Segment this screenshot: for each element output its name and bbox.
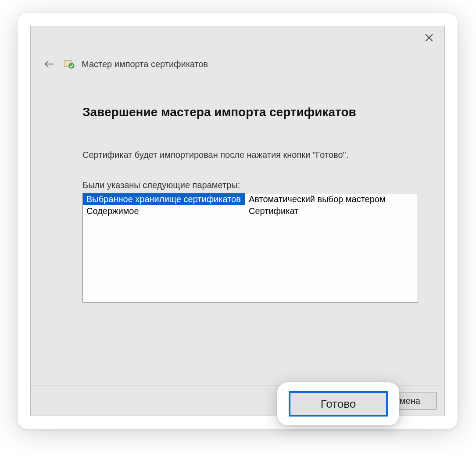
screenshot-card: Мастер импорта сертификатов Завершение м… — [18, 13, 458, 429]
finish-button[interactable]: Готово — [289, 391, 388, 417]
param-key: Содержимое — [83, 205, 245, 217]
svg-point-4 — [69, 63, 74, 68]
table-row[interactable]: СодержимоеСертификат — [83, 205, 418, 217]
close-icon — [425, 34, 433, 42]
table-row[interactable]: Выбранное хранилище сертификатовАвтомати… — [83, 193, 418, 205]
wizard-title: Мастер импорта сертификатов — [82, 59, 208, 69]
param-value: Сертификат — [245, 205, 418, 217]
param-value: Автоматический выбор мастером — [245, 193, 418, 205]
description-text: Сертификат будет импортирован после нажа… — [82, 150, 418, 160]
parameters-table: Выбранное хранилище сертификатовАвтомати… — [83, 193, 418, 217]
finish-button-highlight: Готово — [277, 382, 399, 425]
certificate-wizard-icon — [63, 58, 75, 70]
content-area: Завершение мастера импорта сертификатов … — [82, 105, 418, 303]
param-key: Выбранное хранилище сертификатов — [83, 193, 245, 205]
back-button[interactable] — [41, 56, 57, 72]
header-row: Мастер импорта сертификатов — [41, 56, 208, 72]
close-button[interactable] — [419, 31, 439, 45]
back-arrow-icon — [44, 60, 54, 68]
wizard-dialog: Мастер импорта сертификатов Завершение м… — [30, 26, 445, 416]
page-heading: Завершение мастера импорта сертификатов — [82, 105, 418, 119]
titlebar — [31, 26, 444, 49]
parameters-label: Были указаны следующие параметры: — [82, 180, 418, 190]
parameters-listbox[interactable]: Выбранное хранилище сертификатовАвтомати… — [82, 193, 418, 303]
